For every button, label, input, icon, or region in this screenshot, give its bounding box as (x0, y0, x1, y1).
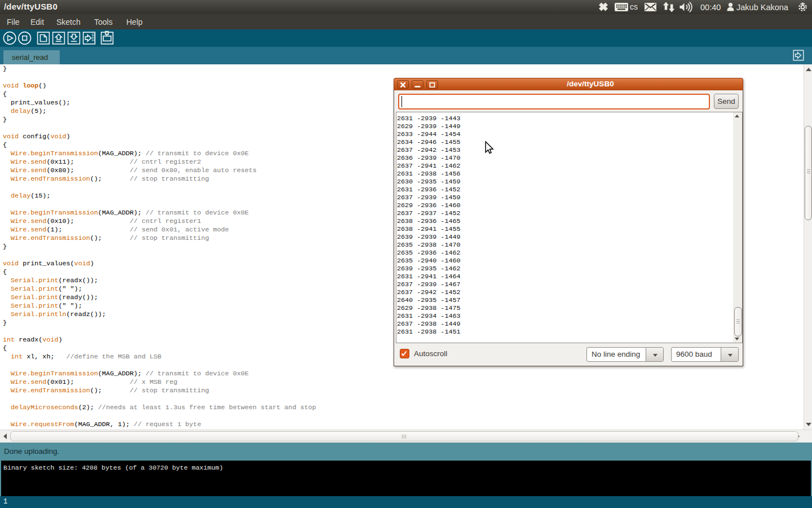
svg-text:Jakub Kakona: Jakub Kakona (736, 3, 789, 12)
svg-text:cs: cs (630, 2, 638, 11)
svg-text:00:40: 00:40 (700, 3, 721, 12)
